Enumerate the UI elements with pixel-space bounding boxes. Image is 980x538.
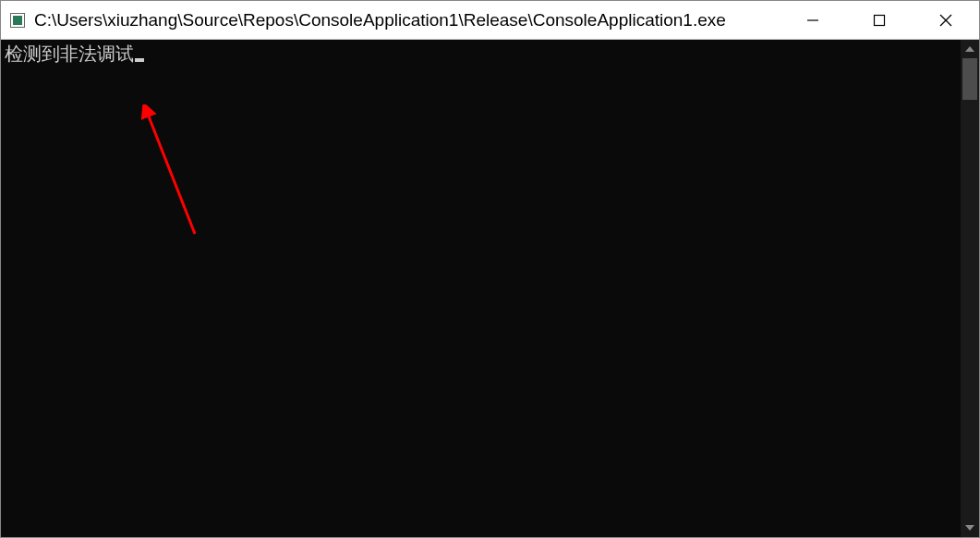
minimize-icon — [806, 14, 819, 27]
chevron-down-icon — [965, 525, 974, 531]
scroll-track[interactable] — [961, 58, 979, 519]
close-icon — [939, 14, 952, 27]
chevron-up-icon — [965, 46, 974, 52]
scroll-up-button[interactable] — [961, 40, 979, 58]
minimize-button[interactable] — [780, 1, 846, 39]
console-output-line: 检测到非法调试 — [5, 43, 134, 65]
svg-line-5 — [147, 112, 195, 234]
maximize-icon — [873, 14, 886, 27]
scroll-down-button[interactable] — [961, 519, 979, 537]
vertical-scrollbar[interactable] — [961, 40, 979, 537]
svg-rect-1 — [875, 15, 885, 25]
window-title: C:\Users\xiuzhang\Source\Repos\ConsoleAp… — [34, 10, 780, 31]
app-icon — [10, 13, 25, 28]
titlebar[interactable]: C:\Users\xiuzhang\Source\Repos\ConsoleAp… — [1, 1, 979, 40]
console-window: C:\Users\xiuzhang\Source\Repos\ConsoleAp… — [0, 0, 980, 538]
maximize-button[interactable] — [846, 1, 913, 39]
window-controls — [780, 1, 979, 39]
text-cursor — [135, 58, 144, 62]
scroll-thumb[interactable] — [962, 58, 977, 100]
arrow-annotation-icon — [139, 104, 232, 243]
console-content[interactable]: 检测到非法调试 — [1, 40, 961, 537]
svg-marker-6 — [965, 46, 974, 52]
close-button[interactable] — [913, 1, 979, 39]
console-area: 检测到非法调试 — [1, 40, 979, 537]
svg-marker-7 — [965, 525, 974, 531]
